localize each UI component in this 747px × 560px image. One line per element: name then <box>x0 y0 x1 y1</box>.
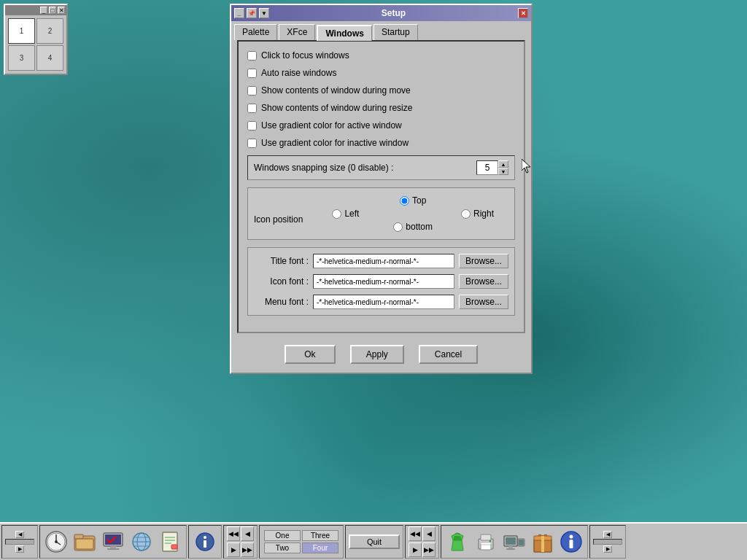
radio-left[interactable] <box>332 209 341 219</box>
svg-rect-24 <box>204 540 206 548</box>
snap-size-label: Windows snapping size (0 disable) : <box>254 163 472 173</box>
workspace-cell-1[interactable]: 1 <box>8 18 35 44</box>
font-title-browse[interactable]: Browse... <box>459 254 508 268</box>
quit-button[interactable]: Quit <box>349 534 400 549</box>
workspace-four[interactable]: Four <box>302 542 338 553</box>
ip-left-label: Left <box>332 209 359 219</box>
icon-position-section: Icon position Top Left <box>247 187 515 240</box>
taskbar-right-nav-nn[interactable]: ▶▶ <box>422 542 436 557</box>
svg-rect-26 <box>481 534 491 540</box>
svg-rect-33 <box>519 540 524 545</box>
taskbar-right-nav-n[interactable]: ▶ <box>409 542 422 557</box>
scroll-left-down[interactable]: ▶ <box>15 545 24 553</box>
taskbar-nav-prev-prev[interactable]: ◀◀ <box>227 526 240 541</box>
ok-button[interactable]: Ok <box>285 345 336 364</box>
taskbar-icon-package[interactable] <box>530 529 556 555</box>
taskbar-scroll-left: ◀ ▶ <box>5 531 34 553</box>
taskbar-icon-info-right[interactable] <box>558 529 584 555</box>
checkbox-auto-raise-label: Auto raise windows <box>261 68 336 78</box>
scroll-right-down[interactable]: ▶ <box>603 545 612 553</box>
radio-right-label: Right <box>473 209 494 219</box>
workspace-cell-3[interactable]: 3 <box>8 45 35 71</box>
tab-startup[interactable]: Startup <box>374 24 418 40</box>
dialog-close-btn[interactable]: ✕ <box>518 8 528 18</box>
snap-spin-up[interactable]: ▲ <box>498 160 508 168</box>
checkbox-row-2: Show contents of window during move <box>247 85 515 96</box>
checkbox-row-4: Use gradient color for active window <box>247 120 515 131</box>
svg-rect-28 <box>481 542 491 545</box>
workspace-two[interactable]: Two <box>264 542 301 553</box>
checkbox-gradient-active-label: Use gradient color for active window <box>261 120 402 131</box>
dialog-menu-btn[interactable]: ▼ <box>259 8 269 18</box>
svg-rect-10 <box>110 546 116 548</box>
taskbar-icon-devices[interactable] <box>501 529 527 555</box>
font-title-label: Title font : <box>254 256 309 266</box>
taskbar-icon-folder[interactable] <box>71 529 98 555</box>
taskbar-nav-prev[interactable]: ◀ <box>241 526 254 541</box>
taskbar-icon-settings[interactable] <box>157 529 183 555</box>
checkbox-contents-move[interactable] <box>247 86 257 96</box>
taskbar-nav-next-next[interactable]: ▶▶ <box>241 542 254 557</box>
snap-input-wrap: ▲ ▼ <box>476 160 508 175</box>
scroll-track <box>5 539 34 545</box>
checkbox-click-focus[interactable] <box>247 51 257 61</box>
radio-top[interactable] <box>400 196 409 206</box>
font-menu-value: -*-helvetica-medium-r-normal-*- <box>313 295 454 309</box>
checkbox-contents-resize[interactable] <box>247 104 257 113</box>
taskbar-icon-network[interactable] <box>128 529 155 555</box>
scroll-left-up[interactable]: ◀ <box>15 531 24 538</box>
font-icon-browse[interactable]: Browse... <box>459 274 508 289</box>
scroll-right-up[interactable]: ◀ <box>603 531 612 538</box>
radio-right[interactable] <box>461 209 471 219</box>
taskbar-nav-group: ◀◀ ◀ ▶ ▶▶ <box>227 526 254 557</box>
snap-spin-buttons: ▲ ▼ <box>498 160 508 175</box>
ws-minimize-btn[interactable]: _ <box>40 7 47 14</box>
dialog-pin-btn[interactable]: 📌 <box>247 8 257 18</box>
dialog-title: Setup <box>382 8 406 18</box>
workspace-cell-4[interactable]: 4 <box>36 45 63 71</box>
taskbar-icon-monitor[interactable] <box>100 529 126 555</box>
font-row-title: Title font : -*-helvetica-medium-r-norma… <box>254 254 508 268</box>
ws-close-btn[interactable]: ✕ <box>58 7 65 14</box>
snap-spin-down[interactable]: ▼ <box>498 168 508 175</box>
tab-windows[interactable]: Windows <box>317 25 372 41</box>
svg-rect-7 <box>76 539 93 549</box>
taskbar-icon-info[interactable] <box>192 529 218 555</box>
ip-side-row: Left Right <box>317 207 508 220</box>
taskbar-nav-next[interactable]: ▶ <box>227 542 240 557</box>
tab-palette[interactable]: Palette <box>234 24 277 40</box>
taskbar-right-nav-pp[interactable]: ◀◀ <box>409 526 422 541</box>
taskbar-apps-section <box>39 525 187 559</box>
taskbar-right-nav: ◀◀ ◀ ▶ ▶▶ <box>405 525 439 559</box>
snap-size-input[interactable] <box>476 160 498 175</box>
ws-maximize-btn[interactable]: □ <box>49 7 56 14</box>
taskbar-icon-recycle[interactable] <box>444 529 471 555</box>
cancel-button[interactable]: Cancel <box>419 345 478 364</box>
ip-bottom-label: bottom <box>393 222 433 232</box>
ip-top-label: Top <box>400 195 426 206</box>
checkbox-click-focus-label: Click to focus windows <box>261 50 349 61</box>
taskbar-icon-clock[interactable] <box>43 529 69 555</box>
workspace-one[interactable]: One <box>264 530 301 541</box>
svg-rect-35 <box>506 548 515 550</box>
font-section: Title font : -*-helvetica-medium-r-norma… <box>247 247 515 316</box>
checkbox-gradient-active[interactable] <box>247 121 257 131</box>
checkbox-gradient-inactive[interactable] <box>247 139 257 148</box>
svg-point-4 <box>55 540 58 543</box>
font-icon-value: -*-helvetica-medium-r-normal-*- <box>313 274 454 289</box>
workspace-cell-2[interactable]: 2 <box>36 18 63 44</box>
workspace-three[interactable]: Three <box>302 530 338 541</box>
tab-xfce[interactable]: XFce <box>279 24 315 40</box>
svg-rect-41 <box>570 540 573 548</box>
dialog-titlebar: _ 📌 ▼ Setup ✕ <box>231 5 531 21</box>
dialog-minimize-btn[interactable]: _ <box>234 8 244 18</box>
apply-button[interactable]: Apply <box>350 345 404 364</box>
radio-bottom[interactable] <box>393 222 403 232</box>
radio-top-label: Top <box>412 195 426 206</box>
titlebar-left: _ 📌 ▼ <box>234 8 269 18</box>
taskbar-right-nav-p[interactable]: ◀ <box>422 526 436 541</box>
taskbar-icon-printer[interactable] <box>473 529 499 555</box>
font-menu-browse[interactable]: Browse... <box>459 295 508 309</box>
checkbox-auto-raise[interactable] <box>247 69 257 78</box>
snap-size-row: Windows snapping size (0 disable) : ▲ ▼ <box>247 155 515 180</box>
